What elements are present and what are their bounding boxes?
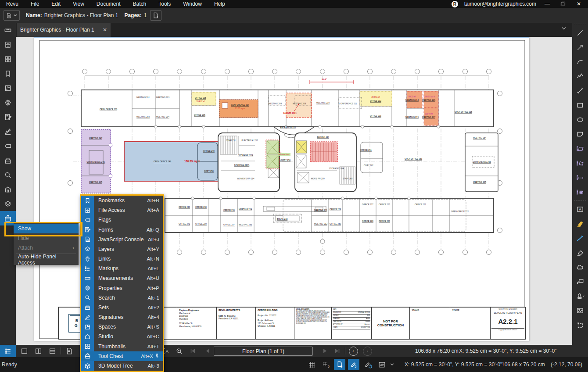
menu-file[interactable]: File: [25, 1, 45, 7]
sidebar-forms[interactable]: [0, 110, 16, 124]
context-auto-hide[interactable]: Auto-Hide Panel Access: [14, 255, 79, 265]
tool-perimeter-measure[interactable]: [572, 156, 588, 170]
sidebar-properties[interactable]: [0, 95, 16, 110]
markup-annotation: 23.35 sq m: [235, 107, 245, 110]
menu-view[interactable]: View: [67, 1, 90, 7]
account-email[interactable]: taimoor@brightergraphics.com: [464, 1, 536, 7]
sidebar-layers[interactable]: [0, 197, 16, 211]
split-horizontal-button[interactable]: [46, 345, 59, 357]
file-menu-button[interactable]: [4, 10, 20, 21]
tool-arrow[interactable]: [572, 40, 588, 54]
menu-edit[interactable]: Edit: [45, 1, 67, 7]
tool-count-measure[interactable]: [572, 185, 588, 199]
menu-batch[interactable]: Batch: [127, 1, 153, 7]
reuse-chevron-icon[interactable]: [390, 363, 394, 366]
tool-eraser[interactable]: [572, 245, 588, 260]
menu-item-sets[interactable]: SetsAlt+2: [81, 303, 163, 312]
menu-item-layers[interactable]: LayersAlt+Y: [81, 244, 163, 254]
menu-item-forms[interactable]: FormsAlt+Q: [81, 225, 163, 235]
menu-item-spaces[interactable]: SpacesAlt+S: [81, 322, 163, 332]
sidebar-search[interactable]: [0, 168, 16, 182]
tab-close-icon[interactable]: ✕: [103, 27, 107, 33]
menu-window[interactable]: Window: [177, 1, 208, 7]
previous-view-button[interactable]: ‹: [348, 345, 359, 357]
next-page-button[interactable]: [319, 345, 330, 357]
page-field[interactable]: Floor Plan (1 of 1): [214, 347, 313, 356]
room-label: WOMEN'S RR 254: [237, 178, 255, 180]
menu-item-flags[interactable]: Flags: [81, 215, 163, 225]
snap-to-markup-icon[interactable]: 5: [348, 359, 359, 370]
room-label: OFFICE 240: [179, 206, 190, 208]
menu-revu[interactable]: Revu: [0, 1, 25, 7]
first-page-button[interactable]: [188, 345, 198, 357]
tool-line[interactable]: [572, 25, 588, 40]
page-dimensions: 106.68 x 76.20 cm: [415, 345, 459, 357]
tool-length-measure[interactable]: [572, 170, 588, 185]
previous-page-button[interactable]: [203, 345, 213, 357]
context-show[interactable]: Show: [14, 224, 79, 233]
sidebar-spaces[interactable]: [0, 81, 16, 95]
sidebar-signatures[interactable]: [0, 124, 16, 139]
tool-stamp[interactable]: [572, 289, 588, 303]
markup-list-toggle[interactable]: [0, 345, 16, 357]
sidebar-studio[interactable]: [0, 182, 16, 197]
single-pane-button[interactable]: [18, 345, 31, 357]
reuse-markup-icon[interactable]: [376, 359, 387, 370]
last-page-button[interactable]: [332, 345, 342, 357]
menu-item-thumbnails[interactable]: ThumbnailsAlt+T: [81, 342, 163, 351]
tool-snapshot[interactable]: [572, 318, 588, 332]
menu-item-javascript-console[interactable]: JSJavaScript ConsoleAlt+J: [81, 235, 163, 244]
menu-item-properties[interactable]: PropertiesAlt+P: [81, 283, 163, 293]
menu-item-signatures[interactable]: SignaturesAlt+4: [81, 312, 163, 322]
tool-polygon[interactable]: [572, 127, 588, 141]
grid-icon[interactable]: [306, 359, 317, 370]
menu-item-3d-model-tree[interactable]: 3D Model TreeAlt+3: [81, 361, 163, 371]
menu-item-links[interactable]: LinksAlt+N: [81, 254, 163, 264]
sidebar-measurements[interactable]: [0, 23, 16, 37]
menu-item-studio[interactable]: StudioAlt+C: [81, 332, 163, 341]
tool-highlighter[interactable]: [572, 216, 588, 231]
document-tab[interactable]: Brighter Graphics - Floor Plan 1 ✕: [17, 23, 111, 37]
tool-text-box[interactable]: A: [572, 202, 588, 216]
tool-ellipse[interactable]: [572, 112, 588, 127]
tool-rectangle[interactable]: [572, 98, 588, 112]
menu-item-bookmarks[interactable]: BookmarksAlt+B: [81, 196, 163, 205]
sidebar-bookmarks[interactable]: [0, 66, 16, 81]
tab-overflow-chevron[interactable]: [562, 27, 566, 30]
menu-document[interactable]: Document: [90, 1, 127, 7]
room-label: SERVER 257: [317, 136, 329, 138]
sidebar-flags[interactable]: [0, 139, 16, 153]
polyline-icon: [576, 72, 584, 80]
next-view-button[interactable]: ›: [362, 345, 373, 357]
menu-item-markups[interactable]: MarkupsAlt+L: [81, 264, 163, 273]
minimize-button[interactable]: —: [542, 0, 552, 7]
fit-page-button[interactable]: [62, 345, 75, 357]
tool-area-measure[interactable]: [572, 141, 588, 156]
tool-dimension[interactable]: [572, 83, 588, 98]
close-button[interactable]: ✕: [574, 0, 584, 7]
file-icon: [6, 12, 12, 19]
sidebar-thumbnails[interactable]: [0, 52, 16, 66]
tool-pen[interactable]: [572, 231, 588, 245]
sidebar-sets[interactable]: [0, 153, 16, 168]
split-vertical-button[interactable]: [32, 345, 45, 357]
tool-image[interactable]: [572, 303, 588, 318]
snap-to-content-icon[interactable]: 5: [334, 359, 345, 370]
tool-cloud[interactable]: [572, 260, 588, 274]
menu-item-measurements[interactable]: MeasurementsAlt+U: [81, 273, 163, 283]
restore-button[interactable]: [558, 0, 568, 7]
insert-page-button[interactable]: [150, 10, 161, 21]
snap-to-grid-icon[interactable]: 5: [320, 359, 331, 370]
menu-item-tool-chest[interactable]: Tool ChestAlt+X: [81, 351, 163, 361]
room-label: OFFICE 249: [203, 150, 215, 152]
tool-callout[interactable]: [572, 274, 588, 289]
markup-sequence-icon[interactable]: [362, 359, 373, 370]
tool-polyline[interactable]: [572, 69, 588, 83]
menu-item-file-access[interactable]: File AccessAlt+A: [81, 205, 163, 215]
zoom-button[interactable]: [173, 345, 185, 357]
tool-arc[interactable]: [572, 54, 588, 69]
sidebar-file-access[interactable]: [0, 37, 16, 52]
menu-item-search[interactable]: SearchAlt+1: [81, 293, 163, 303]
menu-help[interactable]: Help: [208, 1, 231, 7]
menu-tools[interactable]: Tools: [152, 1, 177, 7]
